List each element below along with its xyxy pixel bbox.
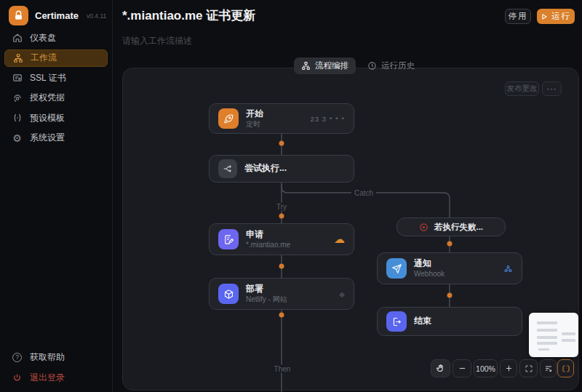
sidebar-item-label: 系统设置 [30,132,65,144]
more-options-button[interactable]: ··· [542,81,562,96]
zoom-level-value: 100% [476,364,495,373]
minus-icon [458,364,466,372]
sidebar-item-label: SSL 证书 [30,72,66,84]
node-notify[interactable]: 通知 Webhook [377,252,522,284]
sidebar-item-certificates[interactable]: SSL 证书 [4,69,108,87]
sidebar-nav: 仪表盘 工作流 SSL 证书 授权凭据 [4,29,108,149]
disable-button[interactable]: 停用 [505,9,531,24]
target-icon [419,223,428,232]
node-try-catch[interactable]: 尝试执行... [209,155,354,183]
sidebar-item-label: 工作流 [31,52,57,64]
node-start[interactable]: 开始 定时 23 3 * * * [209,103,354,134]
minimap-icon [562,364,570,373]
node-subtitle: Netlify - 网站 [246,295,287,303]
sitemap-icon [301,61,311,71]
node-title: 结束 [414,316,431,326]
node-deploy[interactable]: 部署 Netlify - 网站 ◆ [209,278,354,310]
node-end[interactable]: 结束 [377,307,522,336]
netlify-icon: ◆ [339,290,345,298]
workflow-description-placeholder[interactable]: 请输入工作流描述 [122,35,192,47]
zoom-level-button[interactable]: 100% [474,359,498,377]
send-icon [386,258,407,279]
certificate-icon [12,73,23,84]
sidebar-item-logout[interactable]: 退出登录 [4,369,108,386]
app-version: v0.4.11 [87,12,106,20]
sidebar-item-dashboard[interactable]: 仪表盘 [4,29,108,47]
publish-changes-button[interactable]: 发布更改 [505,81,539,96]
lock-icon [9,6,28,25]
sidebar-item-workflows[interactable]: 工作流 [4,49,108,67]
minimap-node-bar [537,329,557,332]
node-title: 通知 [414,259,445,268]
fingerprint-icon [12,92,23,103]
sidebar: Certimate v0.4.11 仪表盘 工作流 SSL 证书 [0,0,113,392]
pan-mode-button[interactable] [431,359,450,377]
webhook-icon [503,264,513,273]
sidebar-item-settings[interactable]: ⚙ 系统设置 [4,129,108,147]
node-subtitle: *.miantiao.me [246,241,290,249]
braces-icon [12,113,23,124]
rocket-icon [218,108,239,129]
minimap-node-bar [537,342,557,345]
sidebar-item-credentials[interactable]: 授权凭据 [4,89,108,107]
edge-label-then: Then [271,365,294,373]
history-icon [367,61,377,71]
minimap-toggle-button[interactable] [557,359,574,377]
zoom-in-button[interactable] [500,359,517,377]
minimap-node-bar [537,336,557,339]
app-name: Certimate [35,10,79,21]
node-title: 部署 [246,284,287,294]
certificate-request-icon [218,229,239,249]
edge-label-catch: Catch [351,189,376,197]
minimap-node-bar [562,332,575,335]
node-subtitle: Webhook [414,270,445,278]
cloudflare-icon: ☁ [334,234,345,245]
package-icon [218,284,239,304]
split-icon [218,159,237,178]
exit-icon [386,311,407,332]
sidebar-item-label: 授权凭据 [30,92,65,104]
tab-process-design[interactable]: 流程编排 [294,57,356,74]
node-apply[interactable]: 申请 *.miantiao.me ☁ [209,223,354,255]
minimap[interactable] [529,313,578,357]
edge-label-try: Try [274,203,290,211]
sidebar-item-help[interactable]: ? 获取帮助 [4,348,108,366]
sidebar-footer: ? 获取帮助 退出登录 [4,348,108,389]
node-title: 若执行失败... [434,223,483,232]
tab-run-history[interactable]: 运行历史 [360,57,422,74]
page-title: *.miantiao.me 证书更新 [122,7,255,24]
minimap-node-bar [537,321,557,324]
workflow-icon [12,52,23,63]
sidebar-item-label: 获取帮助 [30,351,65,364]
home-icon [12,33,23,44]
hand-icon [436,364,445,373]
node-title: 尝试执行... [244,164,287,173]
run-button[interactable]: 运行 [537,9,575,24]
app-window: Certimate v0.4.11 仪表盘 工作流 SSL 证书 [0,0,582,392]
snap-lines-button[interactable] [540,359,557,377]
minimap-node-bar [562,339,575,342]
snap-lines-icon [544,364,553,373]
node-on-failure[interactable]: 若执行失败... [396,217,506,236]
node-title: 申请 [246,230,290,239]
play-icon [541,13,548,20]
tab-label: 流程编排 [315,60,348,71]
sidebar-item-label: 预设模板 [30,112,65,124]
minimap-node-bar [538,348,549,351]
sidebar-item-label: 仪表盘 [30,32,56,44]
help-icon: ? [12,352,23,363]
editor-tabs: 流程编排 运行历史 [294,57,422,74]
app-logo[interactable]: Certimate v0.4.11 [9,6,106,25]
node-title: 开始 [246,109,263,119]
run-button-label: 运行 [551,11,571,22]
zoom-out-button[interactable] [453,359,471,377]
fit-view-icon [525,364,533,373]
power-icon [12,372,23,383]
fit-view-button[interactable] [519,359,538,377]
node-subtitle: 定时 [246,120,263,128]
sidebar-item-label: 退出登录 [30,372,65,384]
cron-expression: 23 3 * * * [311,115,346,123]
tab-label: 运行历史 [381,60,415,71]
sidebar-item-templates[interactable]: 预设模板 [4,109,108,127]
plus-icon [505,364,513,372]
